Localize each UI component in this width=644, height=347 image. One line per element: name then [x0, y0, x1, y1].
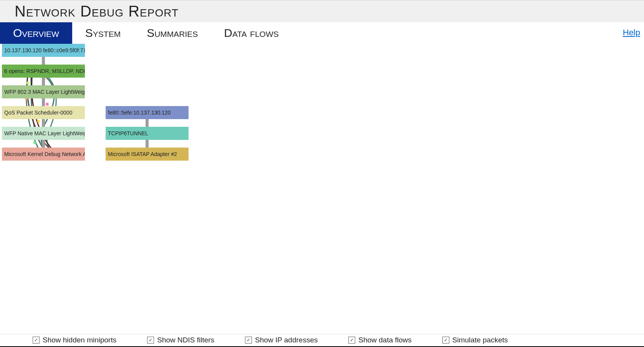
checkmark-icon — [33, 337, 40, 344]
footer-options: Show hidden miniportsShow NDIS filtersSh… — [0, 334, 644, 347]
connector — [42, 98, 45, 106]
checkmark-icon — [348, 337, 355, 344]
checkbox-simulate-packets[interactable]: Simulate packets — [442, 336, 508, 344]
connector — [42, 140, 45, 148]
network-node[interactable]: WFP Native MAC Layer LightWeight — [2, 127, 85, 140]
checkbox-hidden-miniports[interactable]: Show hidden miniports — [33, 336, 116, 344]
network-node[interactable]: 6 opens: RSPNDR, MSLLDP, NDISUIO — [2, 65, 85, 78]
checkbox-ndis-filters[interactable]: Show NDIS filters — [147, 336, 214, 344]
svg-point-18 — [33, 141, 36, 144]
checkmark-icon — [147, 337, 154, 344]
checkbox-data-flows[interactable]: Show data flows — [348, 336, 411, 344]
checkbox-label: Show IP addresses — [255, 336, 318, 344]
connector — [42, 78, 45, 85]
tab-system[interactable]: System — [72, 22, 134, 44]
tab-row: Overview System Summaries Data flows Hel… — [0, 22, 644, 44]
page-title: Network Debug Report — [15, 3, 179, 20]
checkbox-label: Show data flows — [358, 336, 411, 344]
network-node[interactable]: WFP 802.3 MAC Layer LightWeight Fi — [2, 85, 85, 98]
network-node[interactable]: TCPIP6TUNNEL — [106, 127, 189, 140]
help-link[interactable]: Help — [623, 28, 640, 38]
connector — [146, 140, 149, 148]
tab-dataflows[interactable]: Data flows — [211, 22, 291, 44]
svg-point-8 — [37, 120, 40, 123]
tab-summaries[interactable]: Summaries — [134, 22, 211, 44]
checkbox-label: Simulate packets — [452, 336, 508, 344]
connector — [146, 119, 149, 127]
network-node[interactable]: fe80::5efe:10.137.130.120 — [106, 106, 189, 119]
network-node[interactable]: Microsoft Kernel Debug Network Ad — [2, 148, 85, 161]
network-node[interactable]: Microsoft ISATAP Adapter #2 — [106, 148, 189, 161]
checkbox-ip-addresses[interactable]: Show IP addresses — [245, 336, 318, 344]
checkmark-icon — [245, 337, 252, 344]
network-node[interactable]: 10.137.130.120 fe80::c0e9:5f0f:71dd:9 — [2, 44, 85, 57]
connector — [42, 57, 45, 65]
checkbox-label: Show NDIS filters — [157, 336, 214, 344]
svg-point-6 — [46, 103, 49, 106]
svg-point-14 — [26, 81, 30, 85]
network-node[interactable]: QoS Packet Scheduler-0000 — [2, 106, 85, 119]
checkmark-icon — [442, 337, 449, 344]
connector — [42, 119, 45, 127]
checkbox-label: Show hidden miniports — [43, 336, 116, 344]
tab-overview[interactable]: Overview — [0, 22, 72, 44]
title-bar: Network Debug Report — [0, 0, 644, 22]
